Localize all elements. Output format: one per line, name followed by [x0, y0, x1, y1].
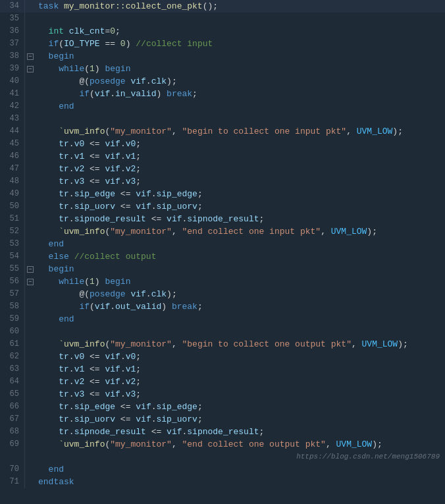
- line-number: 41: [0, 88, 25, 100]
- code-line-46: 46 tr.v1 <= vif.v1;: [0, 150, 445, 163]
- code-text: end: [36, 463, 445, 476]
- code-line-34: 34task my_monitor::collect_one_pkt();: [0, 0, 445, 13]
- code-lines: 34task my_monitor::collect_one_pkt();353…: [0, 0, 445, 488]
- line-number: 48: [0, 175, 25, 188]
- fold-gutter: [25, 113, 36, 125]
- line-number: 36: [0, 25, 25, 38]
- code-text: [36, 113, 445, 125]
- code-text: tr.v1 <= vif.v1;: [36, 363, 445, 376]
- line-number: 38: [0, 50, 25, 63]
- code-line-56: 56− while(1) begin: [0, 275, 445, 288]
- fold-icon[interactable]: −: [27, 53, 34, 60]
- line-number: 53: [0, 238, 25, 250]
- code-text: if(vif.out_valid) break;: [36, 300, 445, 313]
- line-number: 52: [0, 225, 25, 238]
- line-number: 47: [0, 163, 25, 175]
- code-line-64: 64 tr.v2 <= vif.v2;: [0, 376, 445, 388]
- fold-gutter[interactable]: −: [25, 275, 36, 288]
- line-number: 50: [0, 200, 25, 213]
- code-text: end: [36, 238, 445, 250]
- code-text: tr.sipnode_result <= vif.sipnode_result;: [36, 213, 445, 225]
- fold-gutter[interactable]: −: [25, 63, 36, 75]
- fold-gutter: [25, 238, 36, 250]
- line-number: 34: [0, 0, 25, 13]
- fold-gutter[interactable]: −: [25, 50, 36, 63]
- code-line-58: 58 if(vif.out_valid) break;: [0, 300, 445, 313]
- code-text: int clk_cnt=0;: [36, 25, 445, 38]
- fold-gutter: [25, 38, 36, 50]
- fold-icon[interactable]: −: [27, 279, 34, 285]
- fold-gutter: [25, 313, 36, 325]
- code-text: if(vif.in_valid) break;: [36, 88, 445, 100]
- code-text: `uvm_info("my_monitor", "end collect one…: [36, 438, 445, 463]
- code-text: tr.sipnode_result <= vif.sipnode_result;: [36, 426, 445, 438]
- code-line-52: 52 `uvm_info("my_monitor", "end collect …: [0, 225, 445, 238]
- code-text: tr.sip_uorv <= vif.sip_uorv;: [36, 413, 445, 426]
- fold-gutter: [25, 388, 36, 401]
- line-number: 59: [0, 313, 25, 325]
- code-text: tr.v1 <= vif.v1;: [36, 150, 445, 163]
- fold-gutter: [25, 13, 36, 25]
- code-text: @(posedge vif.clk);: [36, 75, 445, 88]
- fold-gutter[interactable]: −: [25, 263, 36, 275]
- fold-gutter: [25, 250, 36, 263]
- code-line-60: 60: [0, 325, 445, 338]
- line-number: 60: [0, 325, 25, 338]
- line-number: 54: [0, 250, 25, 263]
- code-line-71: 71endtask: [0, 476, 445, 488]
- code-line-68: 68 tr.sipnode_result <= vif.sipnode_resu…: [0, 426, 445, 438]
- code-line-70: 70 end: [0, 463, 445, 476]
- fold-icon[interactable]: −: [27, 66, 34, 72]
- fold-gutter: [25, 338, 36, 350]
- line-number: 62: [0, 350, 25, 363]
- line-number: 58: [0, 300, 25, 313]
- code-line-67: 67 tr.sip_uorv <= vif.sip_uorv;: [0, 413, 445, 426]
- line-number: 57: [0, 288, 25, 300]
- code-text: `uvm_info("my_monitor", "begin to collec…: [36, 125, 445, 138]
- code-line-51: 51 tr.sipnode_result <= vif.sipnode_resu…: [0, 213, 445, 225]
- code-line-48: 48 tr.v3 <= vif.v3;: [0, 175, 445, 188]
- line-number: 39: [0, 63, 25, 75]
- code-line-59: 59 end: [0, 313, 445, 325]
- code-line-55: 55− begin: [0, 263, 445, 275]
- fold-gutter: [25, 300, 36, 313]
- code-text: [36, 13, 445, 25]
- code-line-40: 40 @(posedge vif.clk);: [0, 75, 445, 88]
- line-number: 64: [0, 376, 25, 388]
- line-number: 44: [0, 125, 25, 138]
- code-line-69: 69 `uvm_info("my_monitor", "end collect …: [0, 438, 445, 463]
- fold-gutter: [25, 75, 36, 88]
- code-line-37: 37 if(IO_TYPE == 0) //collect input: [0, 38, 445, 50]
- code-line-65: 65 tr.v3 <= vif.v3;: [0, 388, 445, 401]
- fold-gutter: [25, 188, 36, 200]
- line-number: 49: [0, 188, 25, 200]
- code-line-49: 49 tr.sip_edge <= vif.sip_edge;: [0, 188, 445, 200]
- code-line-57: 57 @(posedge vif.clk);: [0, 288, 445, 300]
- code-text: [36, 325, 445, 338]
- fold-gutter: [25, 350, 36, 363]
- fold-gutter: [25, 138, 36, 150]
- code-line-63: 63 tr.v1 <= vif.v1;: [0, 363, 445, 376]
- code-text: tr.v3 <= vif.v3;: [36, 175, 445, 188]
- line-number: 70: [0, 463, 25, 476]
- fold-icon[interactable]: −: [27, 266, 34, 273]
- fold-gutter: [25, 376, 36, 388]
- code-line-61: 61 `uvm_info("my_monitor", "begin to col…: [0, 338, 445, 350]
- code-text: `uvm_info("my_monitor", "begin to collec…: [36, 338, 445, 350]
- line-number: 71: [0, 476, 25, 488]
- code-text: task my_monitor::collect_one_pkt();: [36, 0, 445, 13]
- line-number: 69: [0, 438, 25, 463]
- fold-gutter: [25, 463, 36, 476]
- code-text: tr.v3 <= vif.v3;: [36, 388, 445, 401]
- fold-gutter: [25, 163, 36, 175]
- code-text: else //collect output: [36, 250, 445, 263]
- code-line-54: 54 else //collect output: [0, 250, 445, 263]
- fold-gutter: [25, 175, 36, 188]
- code-line-44: 44 `uvm_info("my_monitor", "begin to col…: [0, 125, 445, 138]
- code-text: while(1) begin: [36, 275, 445, 288]
- code-line-62: 62 tr.v0 <= vif.v0;: [0, 350, 445, 363]
- code-text: tr.v0 <= vif.v0;: [36, 138, 445, 150]
- code-text: begin: [36, 50, 445, 63]
- fold-gutter: [25, 225, 36, 238]
- fold-gutter: [25, 88, 36, 100]
